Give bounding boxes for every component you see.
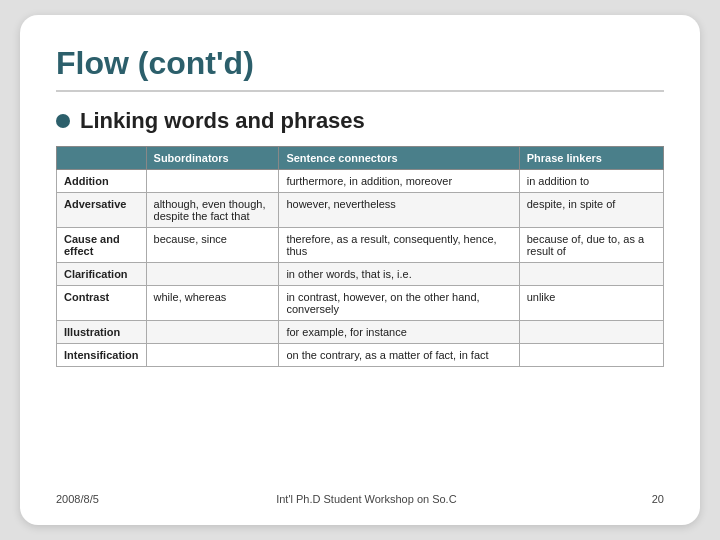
table-row: Contrastwhile, whereasin contrast, howev… [57,286,664,321]
cell-label: Illustration [57,321,147,344]
cell-subordinators: although, even though, despite the fact … [146,193,279,228]
table-row: Additionfurthermore, in addition, moreov… [57,170,664,193]
table-row: Cause and effectbecause, sincetherefore,… [57,228,664,263]
cell-phrase-linkers: unlike [519,286,663,321]
linking-words-table: Subordinators Sentence connectors Phrase… [56,146,664,367]
table-row: Intensificationon the contrary, as a mat… [57,344,664,367]
col-header-category [57,147,147,170]
table-header-row: Subordinators Sentence connectors Phrase… [57,147,664,170]
cell-subordinators [146,170,279,193]
footer-center: Int'l Ph.D Student Workshop on So.C [99,493,634,505]
cell-sentence-connectors: therefore, as a result, consequently, he… [279,228,519,263]
footer-right: 20 [634,493,664,505]
table-row: Adversativealthough, even though, despit… [57,193,664,228]
cell-subordinators [146,344,279,367]
cell-phrase-linkers: because of, due to, as a result of [519,228,663,263]
cell-label: Intensification [57,344,147,367]
cell-phrase-linkers [519,263,663,286]
cell-sentence-connectors: however, nevertheless [279,193,519,228]
table-row: Clarificationin other words, that is, i.… [57,263,664,286]
footer-left: 2008/8/5 [56,493,99,505]
cell-phrase-linkers: in addition to [519,170,663,193]
cell-sentence-connectors: furthermore, in addition, moreover [279,170,519,193]
slide-subtitle: Linking words and phrases [80,108,365,134]
cell-sentence-connectors: in contrast, however, on the other hand,… [279,286,519,321]
cell-phrase-linkers: despite, in spite of [519,193,663,228]
cell-subordinators: while, whereas [146,286,279,321]
cell-label: Adversative [57,193,147,228]
col-header-sentence-connectors: Sentence connectors [279,147,519,170]
cell-subordinators [146,321,279,344]
cell-label: Addition [57,170,147,193]
col-header-phrase-linkers: Phrase linkers [519,147,663,170]
table-container: Subordinators Sentence connectors Phrase… [56,146,664,483]
slide-title: Flow (cont'd) [56,45,664,92]
slide: Flow (cont'd) Linking words and phrases … [20,15,700,525]
cell-sentence-connectors: on the contrary, as a matter of fact, in… [279,344,519,367]
cell-sentence-connectors: for example, for instance [279,321,519,344]
cell-label: Contrast [57,286,147,321]
cell-phrase-linkers [519,321,663,344]
cell-sentence-connectors: in other words, that is, i.e. [279,263,519,286]
cell-subordinators [146,263,279,286]
table-row: Illustrationfor example, for instance [57,321,664,344]
subtitle-row: Linking words and phrases [56,108,664,134]
cell-phrase-linkers [519,344,663,367]
bullet-point [56,114,70,128]
footer: 2008/8/5 Int'l Ph.D Student Workshop on … [56,493,664,505]
cell-label: Clarification [57,263,147,286]
cell-label: Cause and effect [57,228,147,263]
cell-subordinators: because, since [146,228,279,263]
col-header-subordinators: Subordinators [146,147,279,170]
